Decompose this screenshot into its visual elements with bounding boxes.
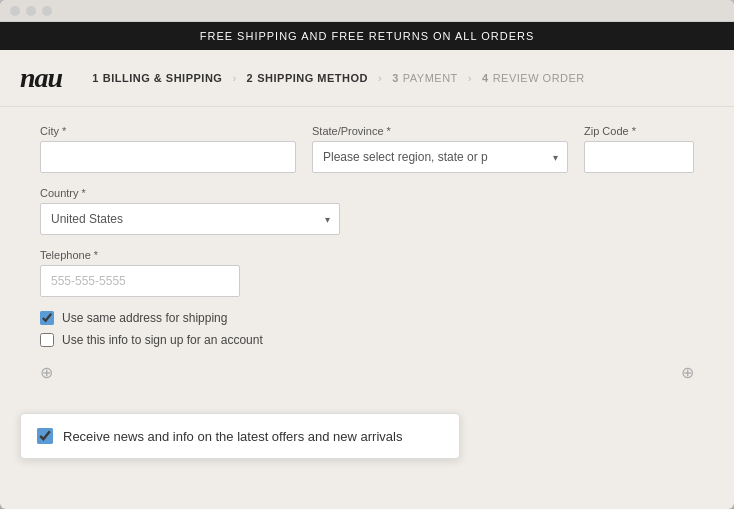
window-maximize-dot: [42, 6, 52, 16]
step-billing: 1 BILLING & SHIPPING: [92, 72, 222, 84]
window-minimize-dot: [26, 6, 36, 16]
address-row: City * State/Province * Please select re…: [40, 125, 694, 173]
step-shipping-method: 2 SHIPPING METHOD: [247, 72, 368, 84]
pagination-row: ⊕ ⊕: [40, 363, 694, 382]
country-select-wrapper: United States ▾: [40, 203, 340, 235]
title-bar: [0, 0, 734, 22]
newsletter-checkbox[interactable]: [37, 428, 53, 444]
country-group: Country * United States ▾: [40, 187, 340, 235]
state-group: State/Province * Please select region, s…: [312, 125, 568, 173]
telephone-label: Telephone *: [40, 249, 694, 261]
country-select[interactable]: United States: [40, 203, 340, 235]
telephone-input[interactable]: [40, 265, 240, 297]
country-row: Country * United States ▾: [40, 187, 694, 235]
step-payment: 3 PAYMENT: [392, 72, 458, 84]
step-arrow-1: ›: [232, 72, 236, 84]
sign-up-label: Use this info to sign up for an account: [62, 333, 263, 347]
step-arrow-3: ›: [468, 72, 472, 84]
telephone-group: Telephone *: [40, 249, 694, 297]
same-address-checkbox[interactable]: [40, 311, 54, 325]
form-content: City * State/Province * Please select re…: [0, 107, 734, 410]
city-group: City *: [40, 125, 296, 173]
promo-banner: FREE SHIPPING AND FREE RETURNS ON ALL OR…: [0, 22, 734, 50]
pagination-left-icon[interactable]: ⊕: [40, 363, 53, 382]
state-select[interactable]: Please select region, state or p: [312, 141, 568, 173]
newsletter-label: Receive news and info on the latest offe…: [63, 429, 402, 444]
promo-text: FREE SHIPPING AND FREE RETURNS ON ALL OR…: [200, 30, 535, 42]
step-arrow-2: ›: [378, 72, 382, 84]
city-label: City *: [40, 125, 296, 137]
sign-up-row: Use this info to sign up for an account: [40, 333, 694, 347]
newsletter-tooltip: Receive news and info on the latest offe…: [20, 413, 460, 459]
logo: nau: [20, 62, 62, 94]
checkout-steps: 1 BILLING & SHIPPING › 2 SHIPPING METHOD…: [92, 72, 585, 84]
state-label: State/Province *: [312, 125, 568, 137]
header: nau 1 BILLING & SHIPPING › 2 SHIPPING ME…: [0, 50, 734, 107]
state-select-wrapper: Please select region, state or p ▾: [312, 141, 568, 173]
zip-group: Zip Code *: [584, 125, 694, 173]
country-label: Country *: [40, 187, 340, 199]
same-address-label: Use same address for shipping: [62, 311, 227, 325]
sign-up-checkbox[interactable]: [40, 333, 54, 347]
step-review: 4 REVIEW ORDER: [482, 72, 585, 84]
zip-input[interactable]: [584, 141, 694, 173]
city-input[interactable]: [40, 141, 296, 173]
app-window: FREE SHIPPING AND FREE RETURNS ON ALL OR…: [0, 0, 734, 509]
pagination-right-icon[interactable]: ⊕: [681, 363, 694, 382]
same-address-row: Use same address for shipping: [40, 311, 694, 325]
window-close-dot: [10, 6, 20, 16]
zip-label: Zip Code *: [584, 125, 694, 137]
